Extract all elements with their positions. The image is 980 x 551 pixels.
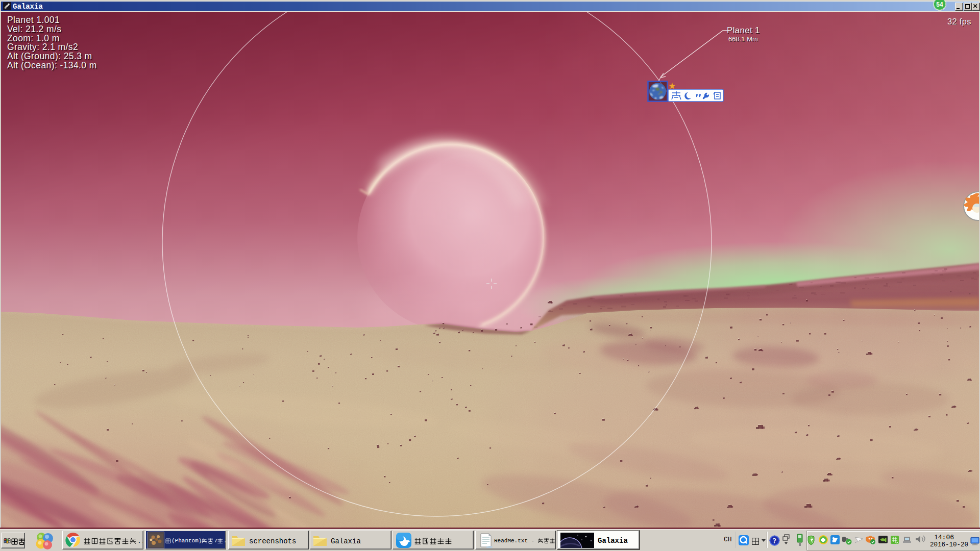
svg-text:?: ?	[773, 537, 776, 545]
svg-text:54: 54	[936, 1, 943, 8]
